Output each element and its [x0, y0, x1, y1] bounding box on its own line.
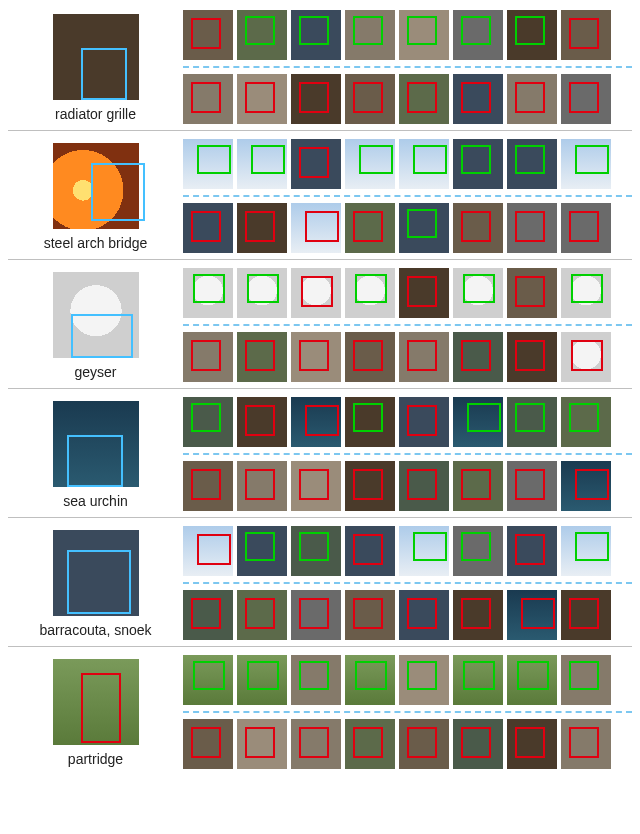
- results-bottom: [183, 461, 632, 511]
- results-top: [183, 139, 632, 189]
- results-col: [183, 139, 632, 253]
- result-thumb: [345, 268, 395, 318]
- query-thumb: [53, 143, 139, 229]
- bbox: [407, 469, 437, 500]
- bbox: [569, 403, 599, 432]
- bbox: [461, 340, 491, 371]
- results-bottom: [183, 203, 632, 253]
- result-thumb: [453, 526, 503, 576]
- result-thumb: [561, 203, 611, 253]
- result-thumb: [507, 719, 557, 769]
- bbox: [353, 16, 383, 45]
- result-thumb: [399, 139, 449, 189]
- bbox: [245, 469, 275, 500]
- bbox: [515, 469, 545, 500]
- result-thumb: [453, 719, 503, 769]
- bbox: [407, 209, 437, 238]
- bbox: [191, 403, 221, 432]
- result-thumb: [345, 139, 395, 189]
- bbox: [461, 727, 491, 758]
- query-label: barracouta, snoek: [39, 622, 151, 639]
- result-thumb: [291, 10, 341, 60]
- query-col: geyser: [8, 268, 183, 381]
- bbox: [407, 405, 437, 436]
- query-thumb: [53, 530, 139, 616]
- row-separator: [183, 66, 632, 68]
- result-thumb: [291, 268, 341, 318]
- bbox: [521, 598, 555, 629]
- result-thumb: [345, 461, 395, 511]
- result-thumb: [183, 655, 233, 705]
- result-thumb: [399, 397, 449, 447]
- result-thumb: [561, 719, 611, 769]
- result-thumb: [561, 590, 611, 640]
- results-col: [183, 10, 632, 124]
- bbox: [245, 16, 275, 45]
- bbox: [515, 276, 545, 307]
- bbox: [191, 469, 221, 500]
- bbox: [515, 534, 545, 565]
- results-top: [183, 526, 632, 576]
- query-col: sea urchin: [8, 397, 183, 510]
- bbox: [463, 274, 495, 303]
- result-thumb: [561, 461, 611, 511]
- bbox: [463, 661, 495, 690]
- row-separator: [183, 711, 632, 713]
- bbox: [71, 314, 133, 358]
- result-thumb: [237, 590, 287, 640]
- row-separator: [183, 582, 632, 584]
- bbox: [407, 661, 437, 690]
- result-thumb: [399, 332, 449, 382]
- result-thumb: [507, 397, 557, 447]
- query-col: barracouta, snoek: [8, 526, 183, 639]
- result-thumb: [399, 10, 449, 60]
- figure-grid: radiator grillesteel arch bridgegeyserse…: [8, 10, 632, 769]
- bbox: [515, 211, 545, 242]
- bbox: [245, 82, 275, 113]
- result-thumb: [453, 655, 503, 705]
- result-thumb: [561, 10, 611, 60]
- result-thumb: [561, 332, 611, 382]
- bbox: [353, 82, 383, 113]
- result-thumb: [507, 139, 557, 189]
- bbox: [193, 661, 225, 690]
- result-thumb: [237, 461, 287, 511]
- result-thumb: [453, 74, 503, 124]
- bbox: [197, 145, 231, 174]
- bbox: [359, 145, 393, 174]
- result-thumb: [291, 461, 341, 511]
- bbox: [569, 727, 599, 758]
- query-col: partridge: [8, 655, 183, 768]
- category-row: sea urchin: [8, 388, 632, 511]
- bbox: [299, 532, 329, 561]
- category-row: radiator grille: [8, 10, 632, 124]
- query-thumb: [53, 401, 139, 487]
- result-thumb: [183, 10, 233, 60]
- result-thumb: [345, 74, 395, 124]
- bbox: [515, 82, 545, 113]
- bbox: [193, 274, 225, 303]
- bbox: [461, 16, 491, 45]
- result-thumb: [345, 655, 395, 705]
- result-thumb: [345, 719, 395, 769]
- results-top: [183, 397, 632, 447]
- bbox: [461, 532, 491, 561]
- bbox: [191, 727, 221, 758]
- result-thumb: [183, 332, 233, 382]
- bbox: [407, 598, 437, 629]
- result-thumb: [291, 655, 341, 705]
- result-thumb: [237, 139, 287, 189]
- bbox: [517, 661, 549, 690]
- result-thumb: [345, 397, 395, 447]
- bbox: [191, 82, 221, 113]
- bbox: [353, 469, 383, 500]
- bbox: [299, 661, 329, 690]
- query-label: radiator grille: [55, 106, 136, 123]
- query-label: sea urchin: [63, 493, 128, 510]
- result-thumb: [183, 139, 233, 189]
- result-thumb: [507, 461, 557, 511]
- bbox: [299, 727, 329, 758]
- result-thumb: [561, 139, 611, 189]
- row-separator: [183, 453, 632, 455]
- bbox: [353, 403, 383, 432]
